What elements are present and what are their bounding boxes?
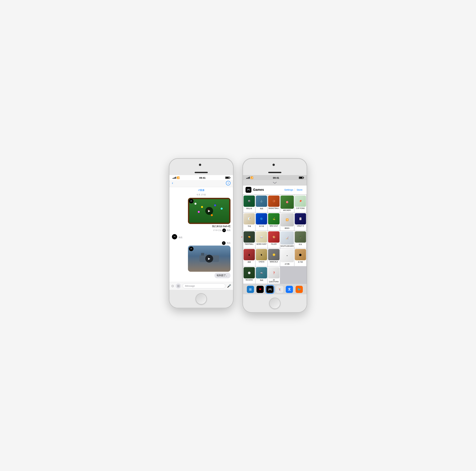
game-cell[interactable]: 🪙MANCALA: [268, 248, 280, 266]
game-cell[interactable]: 🚢海战: [255, 266, 268, 284]
signal-icon-right: [246, 177, 250, 179]
status-bar-right: 📶 09:41: [243, 175, 307, 180]
dock-alipay[interactable]: 支: [286, 286, 293, 293]
game-thumbnail: 🎨: [268, 231, 279, 243]
game-cell[interactable]: •点与格: [280, 248, 294, 266]
game-thumbnail: 🃏: [295, 213, 306, 225]
dock-heart[interactable]: ❤: [256, 286, 264, 293]
home-button-left[interactable]: [196, 293, 207, 304]
game-cell[interactable]: ♞CHESS: [255, 248, 268, 266]
dock-taobao[interactable]: 🐦: [296, 286, 303, 293]
game-thumbnail: ⚓: [256, 195, 267, 207]
iphone-top-right: [243, 159, 307, 175]
game-cell[interactable]: 🏒SHUFFLEBOARD: [280, 231, 294, 248]
game-thumbnail: •: [281, 249, 294, 262]
game-name: 8球台球: [246, 208, 252, 210]
game-thumbnail: 📝: [244, 213, 255, 225]
game-name: 点与格: [285, 263, 289, 265]
game-name: 坦克: [299, 243, 302, 245]
game-cell[interactable]: 📖WORD HUNT: [255, 231, 268, 248]
games-header: 🎮 Games Settings Store: [243, 186, 307, 195]
dock-cards[interactable]: 🃏: [276, 286, 283, 293]
battleship-game-thumb[interactable]: 🎮 ▶: [188, 245, 230, 272]
game-cell[interactable]: 🔀推推乐: [280, 212, 294, 230]
game-cell[interactable]: 🎱8球台球: [243, 195, 255, 212]
game-cell[interactable]: 📝字谜: [243, 212, 255, 230]
games-grid: 🎱8球台球⚓海战🏀BASKETBALL🎯ARCHERY🏓CUP PONG📝字谜🔵…: [243, 195, 307, 284]
game-name: 20 QUESTIONS: [268, 279, 279, 283]
bar2: [173, 178, 174, 179]
play-button-battle[interactable]: ▶: [205, 255, 213, 262]
bar3r: [248, 177, 249, 179]
game-cell[interactable]: ⛳MINI GOLF: [268, 212, 280, 230]
game-thumbnail: 🚢: [256, 267, 267, 278]
game-name: 五子棋: [298, 261, 303, 263]
battleship-bg: 🎮 ▶: [188, 245, 230, 272]
replay-button[interactable]: ↺重播: [172, 189, 230, 192]
game-thumbnail: 🪖: [295, 231, 306, 243]
left-avatar: 🎮: [172, 234, 177, 239]
game-name: FILLER: [271, 243, 277, 245]
bubble-group: 海战: [178, 236, 182, 239]
camera-icon[interactable]: ⊙: [171, 284, 174, 288]
apps-icon[interactable]: ⊞: [176, 283, 181, 289]
game-cell[interactable]: 🃏CRAZY 8: [294, 212, 306, 230]
home-button-right[interactable]: [269, 298, 280, 309]
game-cell[interactable]: ⚓海战: [255, 195, 268, 212]
signal-icon: [172, 177, 176, 179]
game-name: 推推乐: [285, 227, 289, 229]
store-nav[interactable]: Store: [295, 188, 304, 191]
game-cell[interactable]: ❓20 QUESTIONS: [268, 266, 280, 284]
game-name: MINI GOLF: [270, 225, 278, 227]
pool-ball: [194, 203, 196, 205]
game-name: PAINTBALL: [245, 243, 254, 245]
game-cell[interactable]: ⬤五子棋: [294, 248, 306, 266]
right-mini-avatar: 🎮: [222, 241, 226, 245]
bar4: [175, 177, 176, 179]
games-logo: 🎮: [246, 187, 251, 193]
game-cell[interactable]: 🎯ARCHERY: [280, 195, 294, 212]
game-cell[interactable]: 🎨FILLER: [268, 231, 280, 248]
message-input[interactable]: iMessage: [183, 283, 225, 288]
pool-ball: [211, 214, 213, 216]
game-name: CRAZY 8: [297, 225, 304, 227]
play-button-pool[interactable]: ▶: [205, 207, 213, 215]
back-button[interactable]: ‹: [172, 181, 173, 185]
settings-nav[interactable]: Settings: [283, 188, 295, 191]
dock-appstore[interactable]: ⊞: [247, 286, 254, 293]
game-cell[interactable]: 🏓CUP PONG: [294, 195, 306, 212]
game-thumbnail: 🎯: [281, 195, 294, 209]
iphone-messages: 📶 09:41 ‹ i ↺重播 今天 17:02: [169, 159, 233, 308]
game-thumbnail: ❓: [268, 267, 279, 278]
sender-name-left: 海战: [178, 236, 182, 239]
game-cell[interactable]: 🪖坦克: [294, 231, 306, 248]
game-cell[interactable]: ♟跳棋: [243, 248, 255, 266]
input-bar: ⊙ ⊞ iMessage 🎤: [169, 282, 233, 290]
game-cell[interactable]: 🏀BASKETBALL: [268, 195, 280, 212]
iphone-bottom-left: [169, 290, 233, 308]
battery-icon-right: [299, 177, 304, 179]
info-button[interactable]: i: [226, 181, 230, 185]
pool-game-thumb[interactable]: 🎮 ▶: [188, 198, 230, 224]
message-left-battleship: 🎮 海战: [172, 234, 230, 239]
scene: 📶 09:41 ‹ i ↺重播 今天 17:02: [169, 159, 307, 312]
screen-games: 📶 09:41 🎮 Games: [243, 175, 307, 294]
game-cell[interactable]: ⚪REVERSI: [243, 266, 255, 284]
panel-chevron[interactable]: [243, 180, 307, 186]
game-thumbnail: 🏒: [281, 231, 294, 244]
nav-bar-messages: ‹ i: [169, 180, 233, 187]
voice-icon[interactable]: 🎤: [227, 284, 231, 288]
messages-area: ↺重播 今天 17:02 🎮: [169, 187, 233, 282]
game-thumbnail: 🪙: [268, 249, 279, 260]
speaker-right: [268, 172, 281, 173]
game-cell[interactable]: 🔫PAINTBALL: [243, 231, 255, 248]
iphone-bottom-right: [243, 294, 307, 312]
dock-games-active[interactable]: 🎮: [266, 286, 273, 293]
game-name: 字谜: [248, 225, 251, 227]
bar3: [174, 177, 175, 179]
speaker-left: [195, 172, 208, 173]
game-cell[interactable]: 🔵四子棋: [255, 212, 268, 230]
game-thumbnail: ♞: [256, 249, 267, 260]
message-game-right: 🎮 ▶ 我们来玩8 Ball+吧: [172, 198, 230, 232]
game-name: 海战: [260, 279, 263, 281]
